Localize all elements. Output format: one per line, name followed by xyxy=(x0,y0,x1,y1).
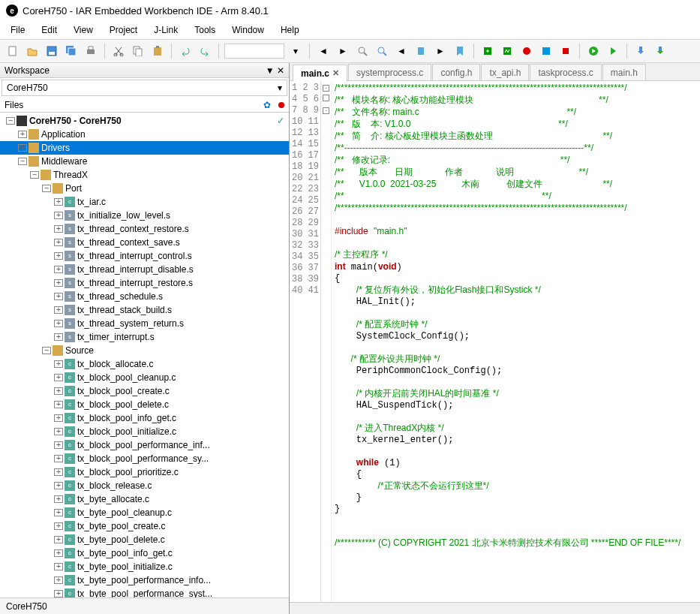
menu-view[interactable]: View xyxy=(66,23,101,38)
expand-icon[interactable]: + xyxy=(54,536,63,543)
expand-icon[interactable]: + xyxy=(54,239,63,246)
tree-item[interactable]: −Middleware xyxy=(0,155,289,168)
nav-back-icon[interactable]: ◄ xyxy=(315,43,332,59)
tree-item[interactable]: +stx_timer_interrupt.s xyxy=(0,330,289,344)
tree-item[interactable]: +ctx_block_pool_info_get.c xyxy=(0,411,289,425)
expand-icon[interactable]: − xyxy=(42,347,51,354)
menu-file[interactable]: File xyxy=(3,23,32,38)
workspace-dropdown[interactable]: CoreH750 ▾ xyxy=(2,80,287,96)
tab-main-h[interactable]: main.h xyxy=(602,64,646,80)
tree-item[interactable]: +ctx_block_release.c xyxy=(0,479,289,492)
expand-icon[interactable]: + xyxy=(54,333,63,341)
tree-item[interactable]: +ctx_byte_pool_initialize.c xyxy=(0,560,289,573)
bookmark-toggle-icon[interactable] xyxy=(413,43,429,59)
tree-item[interactable]: −ThreadX xyxy=(0,168,289,182)
expand-icon[interactable]: + xyxy=(54,441,63,449)
tree-item[interactable]: +stx_thread_context_restore.s xyxy=(0,222,289,236)
tree-item[interactable]: −Port xyxy=(0,182,289,195)
fold-gutter[interactable]: - - xyxy=(321,81,332,602)
expand-icon[interactable]: − xyxy=(18,158,27,165)
menu-project[interactable]: Project xyxy=(102,23,145,38)
tab-config-h[interactable]: config.h xyxy=(432,64,480,80)
tree-item[interactable]: +ctx_byte_pool_cleanup.c xyxy=(0,506,289,519)
tree-item[interactable]: +stx_thread_schedule.s xyxy=(0,290,289,303)
save-all-icon[interactable] xyxy=(63,43,80,59)
download-run-icon[interactable] xyxy=(652,43,668,59)
bookmark-prev-icon[interactable]: ◄ xyxy=(393,43,410,59)
tree-item[interactable]: +stx_thread_interrupt_control.s xyxy=(0,249,289,263)
expand-icon[interactable]: + xyxy=(54,428,63,435)
find-icon[interactable] xyxy=(354,43,371,59)
expand-icon[interactable]: + xyxy=(54,320,63,327)
new-file-icon[interactable] xyxy=(5,43,21,59)
expand-icon[interactable]: + xyxy=(54,482,63,489)
stop-build-icon[interactable] xyxy=(557,43,574,59)
open-icon[interactable] xyxy=(24,43,41,59)
redo-icon[interactable] xyxy=(197,43,213,59)
panel-arrows[interactable]: ▼ ✕ xyxy=(266,65,284,76)
expand-icon[interactable]: + xyxy=(54,360,63,368)
print-icon[interactable] xyxy=(83,43,99,59)
bookmark-icon[interactable] xyxy=(452,43,468,59)
tree-item[interactable]: +ctx_byte_pool_performance_syst... xyxy=(0,587,289,597)
expand-icon[interactable]: + xyxy=(54,414,63,422)
tree-item[interactable]: +ctx_block_pool_create.c xyxy=(0,384,289,398)
copy-icon[interactable] xyxy=(130,43,146,59)
tree-item[interactable]: +ctx_block_pool_cleanup.c xyxy=(0,371,289,384)
expand-icon[interactable]: + xyxy=(18,144,27,152)
expand-icon[interactable]: + xyxy=(54,522,63,530)
tree-item[interactable]: +ctx_byte_pool_info_get.c xyxy=(0,546,289,560)
tab-taskprocess-c[interactable]: taskprocess.c xyxy=(530,64,601,80)
menu-edit[interactable]: Edit xyxy=(34,23,65,38)
expand-icon[interactable]: + xyxy=(54,549,63,557)
expand-icon[interactable]: + xyxy=(54,455,63,462)
tree-item[interactable]: +ctx_block_pool_delete.c xyxy=(0,398,289,411)
code-area[interactable]: 1 2 3 4 5 6 7 8 9 10 11 12 13 14 15 16 1… xyxy=(290,81,700,602)
save-icon[interactable] xyxy=(44,43,60,59)
tab-main-c[interactable]: main.c✕ xyxy=(293,65,347,81)
tree-item[interactable]: −Source xyxy=(0,344,289,357)
tree-item[interactable]: +stx_thread_interrupt_disable.s xyxy=(0,263,289,276)
compile-icon[interactable] xyxy=(479,43,496,59)
expand-icon[interactable]: + xyxy=(54,576,63,584)
tree-item[interactable]: +ctx_block_allocate.c xyxy=(0,357,289,371)
expand-icon[interactable]: + xyxy=(54,495,63,503)
expand-icon[interactable]: + xyxy=(54,212,63,219)
expand-icon[interactable]: − xyxy=(6,117,15,125)
tree-item[interactable]: +ctx_block_pool_initialize.c xyxy=(0,425,289,438)
tree-item[interactable]: +ctx_block_pool_performance_inf... xyxy=(0,438,289,452)
expand-icon[interactable]: + xyxy=(54,198,63,206)
undo-icon[interactable] xyxy=(177,43,194,59)
bookmark-next-icon[interactable]: ► xyxy=(432,43,449,59)
expand-icon[interactable]: + xyxy=(54,306,63,314)
paste-icon[interactable] xyxy=(149,43,166,59)
tree-item[interactable]: +ctx_byte_pool_performance_info... xyxy=(0,573,289,587)
chevron-down-icon[interactable]: ▾ xyxy=(287,43,304,59)
tab-tx_api-h[interactable]: tx_api.h xyxy=(481,64,529,80)
tree-item[interactable]: +ctx_byte_pool_delete.c xyxy=(0,533,289,546)
expand-icon[interactable]: + xyxy=(54,225,63,233)
menu-help[interactable]: Help xyxy=(273,23,307,38)
tree-item[interactable]: +stx_thread_context_save.s xyxy=(0,236,289,249)
tab-systemprocess-c[interactable]: systemprocess.c xyxy=(348,64,431,80)
search-input[interactable] xyxy=(224,44,284,59)
tree-item[interactable]: +ctx_iar.c xyxy=(0,195,289,209)
expand-icon[interactable]: + xyxy=(54,293,63,300)
expand-icon[interactable]: + xyxy=(18,131,27,138)
tree-item[interactable]: +Drivers xyxy=(0,141,289,155)
expand-icon[interactable]: + xyxy=(54,563,63,570)
tree-item[interactable]: +ctx_byte_allocate.c xyxy=(0,492,289,506)
code-content[interactable]: /***************************************… xyxy=(332,81,700,602)
tree-item[interactable]: +stx_initialize_low_level.s xyxy=(0,209,289,222)
run-icon[interactable] xyxy=(605,43,621,59)
expand-icon[interactable]: + xyxy=(54,401,63,408)
tree-item[interactable]: +stx_thread_system_return.s xyxy=(0,317,289,330)
nav-fwd-icon[interactable]: ► xyxy=(335,43,351,59)
toggle-bp-icon[interactable] xyxy=(518,43,535,59)
debug-icon[interactable] xyxy=(585,43,602,59)
replace-icon[interactable] xyxy=(374,43,390,59)
menu-tools[interactable]: Tools xyxy=(187,23,223,38)
expand-icon[interactable]: + xyxy=(54,374,63,381)
expand-icon[interactable]: + xyxy=(54,468,63,476)
close-icon[interactable]: ✕ xyxy=(332,68,339,78)
